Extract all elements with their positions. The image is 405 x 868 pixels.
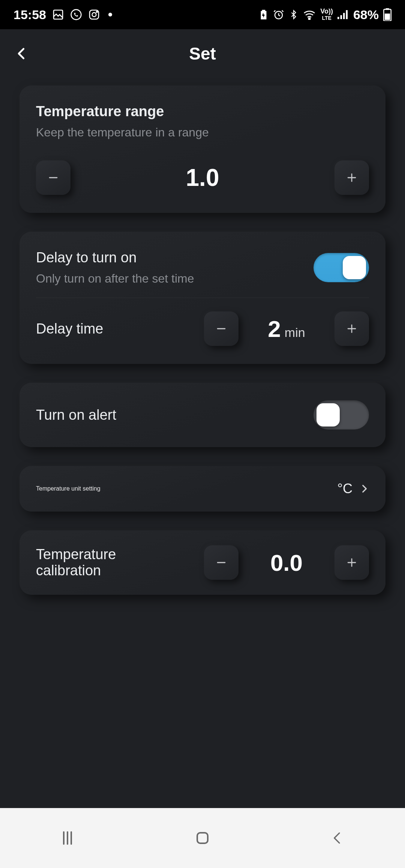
svg-point-6 <box>309 18 310 19</box>
alert-row: Turn on alert <box>36 398 369 432</box>
plus-icon <box>345 171 358 184</box>
temperature-range-subtitle: Keep the temperature in a range <box>36 126 369 139</box>
plus-icon <box>345 322 358 335</box>
calibration-card: Temperature calibration 0.0 <box>20 530 386 595</box>
temperature-range-title: Temperature range <box>36 103 369 120</box>
status-time: 15:58 <box>14 7 46 22</box>
delay-time-plus-button[interactable] <box>334 311 369 346</box>
temperature-range-minus-button[interactable] <box>36 160 70 195</box>
calibration-value-text: 0.0 <box>270 549 303 576</box>
back-icon <box>330 829 345 847</box>
calibration-title: Temperature calibration <box>36 546 156 579</box>
calibration-stepper: 0.0 <box>204 545 369 580</box>
svg-rect-7 <box>338 17 339 19</box>
delay-time-stepper: 2 min <box>204 311 369 346</box>
volte-indicator-icon: Vo))LTE <box>320 8 333 21</box>
delay-subtitle: Only turn on after the set time <box>36 272 194 286</box>
delay-time-minus-button[interactable] <box>204 311 238 346</box>
status-right: Vo))LTE 68% <box>259 7 392 22</box>
svg-rect-10 <box>346 10 348 19</box>
minus-icon <box>215 556 228 569</box>
delay-time-value-text: 2 <box>268 316 280 342</box>
alert-card: Turn on alert <box>20 383 386 447</box>
alert-toggle[interactable] <box>314 400 369 430</box>
content: Temperature range Keep the temperature i… <box>0 78 405 595</box>
temperature-range-value: 1.0 <box>70 164 334 192</box>
signal-icon <box>338 10 349 19</box>
bluetooth-icon <box>289 9 298 21</box>
alarm-icon <box>273 9 284 20</box>
battery-saver-icon <box>259 9 268 20</box>
plus-icon <box>345 556 358 569</box>
gallery-icon <box>52 9 64 21</box>
battery-icon <box>383 8 392 21</box>
calibration-value: 0.0 <box>249 549 324 576</box>
app-screen: Set Temperature range Keep the temperatu… <box>0 29 405 808</box>
minus-icon <box>215 322 228 335</box>
unit-setting-card[interactable]: Temperature unit setting °C <box>20 466 386 512</box>
delay-card: Delay to turn on Only turn on after the … <box>20 232 386 364</box>
svg-point-1 <box>71 10 81 20</box>
recents-icon <box>58 829 76 847</box>
delay-time-row: Delay time 2 min <box>36 311 369 346</box>
toggle-knob <box>316 403 340 427</box>
nav-back-button[interactable] <box>322 827 352 849</box>
svg-rect-26 <box>197 833 208 843</box>
android-status-bar: 15:58 Vo))LTE 68% <box>0 0 405 29</box>
minus-icon <box>47 171 60 184</box>
svg-rect-12 <box>385 13 390 20</box>
unit-setting-title: Temperature unit setting <box>36 485 100 492</box>
delay-title: Delay to turn on <box>36 250 194 266</box>
whatsapp-icon <box>70 9 82 21</box>
svg-point-4 <box>96 11 98 12</box>
temperature-range-card: Temperature range Keep the temperature i… <box>20 85 386 213</box>
nav-recents-button[interactable] <box>52 827 82 849</box>
calibration-minus-button[interactable] <box>204 545 238 580</box>
wifi-icon <box>303 9 316 20</box>
toggle-knob <box>343 256 366 279</box>
battery-percentage: 68% <box>353 7 379 22</box>
chevron-right-icon <box>359 481 369 496</box>
back-button[interactable] <box>10 42 33 65</box>
delay-time-unit: min <box>285 325 305 340</box>
calibration-plus-button[interactable] <box>334 545 369 580</box>
svg-rect-13 <box>386 8 389 10</box>
android-nav-bar <box>0 808 405 868</box>
svg-rect-9 <box>343 13 345 19</box>
app-header: Set <box>0 29 405 78</box>
svg-rect-8 <box>340 15 342 19</box>
delay-time-label: Delay time <box>36 321 104 337</box>
unit-setting-row: Temperature unit setting °C <box>36 481 369 497</box>
nav-home-button[interactable] <box>188 827 218 849</box>
svg-point-3 <box>92 13 96 17</box>
delay-time-value: 2 min <box>249 316 324 342</box>
unit-setting-value: °C <box>338 481 352 497</box>
alert-title: Turn on alert <box>36 407 116 423</box>
calibration-row: Temperature calibration 0.0 <box>36 545 369 580</box>
more-notifications-dot-icon <box>108 13 112 16</box>
divider <box>36 298 369 298</box>
instagram-icon <box>88 9 100 21</box>
page-title: Set <box>189 43 216 64</box>
chevron-left-icon <box>15 43 29 64</box>
temperature-range-value-text: 1.0 <box>186 164 219 192</box>
temperature-range-stepper: 1.0 <box>36 160 369 195</box>
temperature-range-plus-button[interactable] <box>334 160 369 195</box>
delay-toggle[interactable] <box>314 253 369 282</box>
delay-toggle-row: Delay to turn on Only turn on after the … <box>36 250 369 286</box>
status-left: 15:58 <box>14 7 112 22</box>
home-icon <box>194 829 212 847</box>
